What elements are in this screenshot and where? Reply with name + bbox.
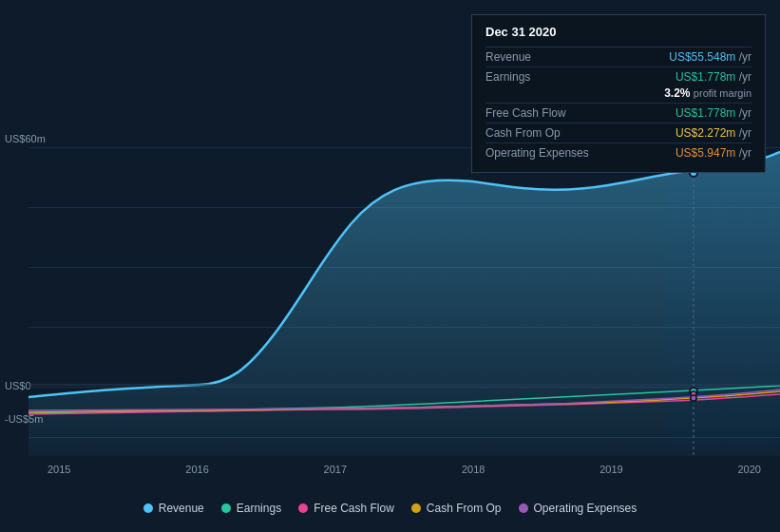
x-label-2019: 2019 — [599, 464, 622, 475]
tooltip-value-earnings: US$1.778m /yr — [609, 70, 751, 84]
tooltip-label-fcf: Free Cash Flow — [485, 106, 609, 120]
legend-label-opex: Operating Expenses — [534, 502, 637, 515]
tooltip-row-earnings: Earnings US$1.778m /yr — [485, 66, 751, 86]
tooltip-label-opex: Operating Expenses — [485, 146, 609, 160]
tooltip-row-cashfromop: Cash From Op US$2.272m /yr — [485, 123, 751, 142]
tooltip-label-revenue: Revenue — [485, 50, 609, 64]
x-label-2020: 2020 — [737, 464, 760, 475]
legend: Revenue Earnings Free Cash Flow Cash Fro… — [0, 502, 780, 515]
x-label-2016: 2016 — [185, 464, 208, 475]
tooltip-value-opex: US$5.947m /yr — [609, 146, 751, 160]
legend-label-cashfromop: Cash From Op — [427, 502, 502, 515]
tooltip-row-opex: Operating Expenses US$5.947m /yr — [485, 142, 751, 162]
legend-label-revenue: Revenue — [159, 502, 204, 515]
legend-dot-earnings — [221, 504, 231, 513]
tooltip-date: Dec 31 2020 — [485, 25, 751, 39]
x-axis: 2015 2016 2017 2018 2019 2020 — [29, 464, 780, 475]
legend-item-fcf[interactable]: Free Cash Flow — [298, 502, 394, 515]
legend-label-earnings: Earnings — [237, 502, 281, 515]
tooltip-profit-margin: 3.2% profit margin — [485, 86, 751, 103]
chart-container: Dec 31 2020 Revenue US$55.548m /yr Earni… — [0, 0, 780, 532]
tooltip-panel: Dec 31 2020 Revenue US$55.548m /yr Earni… — [471, 14, 766, 173]
tooltip-row-revenue: Revenue US$55.548m /yr — [485, 47, 751, 66]
tooltip-label-cashfromop: Cash From Op — [485, 126, 609, 140]
tooltip-value-revenue: US$55.548m /yr — [609, 50, 751, 64]
y-label-0: US$0 — [5, 380, 31, 391]
legend-item-earnings[interactable]: Earnings — [221, 502, 281, 515]
legend-dot-revenue — [143, 504, 153, 513]
x-label-2015: 2015 — [48, 464, 70, 475]
legend-item-revenue[interactable]: Revenue — [143, 502, 204, 515]
legend-dot-fcf — [298, 504, 308, 513]
legend-dot-opex — [519, 504, 528, 513]
opex-dot — [691, 395, 696, 401]
tooltip-value-fcf: US$1.778m /yr — [609, 106, 751, 120]
tooltip-value-cashfromop: US$2.272m /yr — [609, 126, 751, 140]
legend-item-cashfromop[interactable]: Cash From Op — [411, 502, 502, 515]
x-label-2018: 2018 — [462, 464, 485, 475]
legend-item-opex[interactable]: Operating Expenses — [519, 502, 637, 515]
tooltip-label-earnings: Earnings — [485, 70, 609, 84]
chart-svg — [29, 133, 780, 456]
tooltip-row-fcf: Free Cash Flow US$1.778m /yr — [485, 103, 751, 123]
x-label-2017: 2017 — [324, 464, 347, 475]
legend-dot-cashfromop — [411, 504, 421, 513]
legend-label-fcf: Free Cash Flow — [314, 502, 394, 515]
